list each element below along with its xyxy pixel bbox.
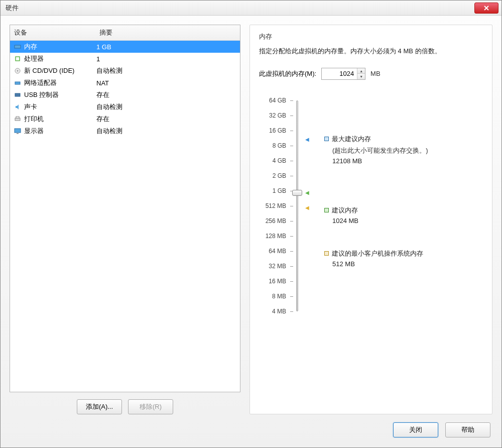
legend-max: 最大建议内存 (超出此大小可能发生内存交换。) 12108 MB <box>324 135 483 165</box>
spinner-buttons: ▲ ▼ <box>357 68 365 79</box>
legend-rec-swatch-icon <box>324 208 329 212</box>
slider-tick: 32 GB <box>259 108 289 123</box>
spinner-up-icon[interactable]: ▲ <box>357 68 365 74</box>
memory-description: 指定分配给此虚拟机的内存量。内存大小必须为 4 MB 的倍数。 <box>259 46 483 57</box>
device-summary: 1 GB <box>96 43 237 51</box>
dialog-content: 设备 摘要 内存1 GB处理器1新 CD/DVD (IDE)自动检测网络适配器N… <box>1 16 501 447</box>
slider-markers: ◀ ◀ ◀ <box>305 100 315 311</box>
memory-panel: 内存 指定分配给此虚拟机的内存量。内存大小必须为 4 MB 的倍数。 此虚拟机的… <box>249 25 492 414</box>
slider-tick: 8 GB <box>259 138 289 153</box>
svg-rect-9 <box>17 133 19 134</box>
device-name: 内存 <box>24 42 37 51</box>
svg-rect-6 <box>15 118 20 121</box>
left-panel: 设备 摘要 内存1 GB处理器1新 CD/DVD (IDE)自动检测网络适配器N… <box>10 25 240 414</box>
list-action-buttons: 添加(A)... 移除(R) <box>10 392 240 414</box>
svg-rect-4 <box>15 82 20 84</box>
display-icon <box>13 127 22 135</box>
marker-rec-icon: ◀ <box>305 190 309 195</box>
slider-tick: 16 GB <box>259 123 289 138</box>
marker-max-icon: ◀ <box>305 137 309 142</box>
legend-min-value: 512 MB <box>332 260 483 268</box>
device-name: 打印机 <box>24 115 44 124</box>
device-name: 声卡 <box>24 102 37 111</box>
svg-point-3 <box>17 70 19 72</box>
slider-tick: 512 MB <box>259 198 289 213</box>
memory-title: 内存 <box>259 32 483 41</box>
device-row-printer[interactable]: 打印机存在 <box>10 113 240 125</box>
memory-input[interactable] <box>322 68 357 79</box>
hardware-dialog: 硬件 设备 摘要 内存1 GB处理器1新 CD/DVD (IDE)自动检测网络适… <box>0 0 502 448</box>
device-row-memory[interactable]: 内存1 GB <box>10 41 240 53</box>
help-button[interactable]: 帮助 <box>445 422 490 437</box>
list-header: 设备 摘要 <box>10 25 240 41</box>
disc-icon <box>13 67 22 75</box>
device-summary: 1 <box>96 55 237 63</box>
printer-icon <box>13 115 22 123</box>
svg-rect-5 <box>15 93 20 96</box>
slider-tick: 256 MB <box>259 213 289 229</box>
legend-min: 建议的最小客户机操作系统内存 512 MB <box>324 249 483 268</box>
sound-icon <box>13 103 22 111</box>
slider-track-line <box>296 100 298 311</box>
usb-icon <box>13 91 22 99</box>
close-icon[interactable] <box>474 3 498 14</box>
slider-tick: 4 MB <box>259 304 289 319</box>
close-button[interactable]: 关闭 <box>393 422 438 437</box>
legend-min-label: 建议的最小客户机操作系统内存 <box>332 249 423 258</box>
legend-rec-label: 建议内存 <box>332 206 358 215</box>
network-icon <box>13 79 22 87</box>
device-summary: 自动检测 <box>96 66 237 75</box>
device-row-usb[interactable]: USB 控制器存在 <box>10 89 240 101</box>
slider-tick: 16 MB <box>259 274 289 289</box>
slider-tick: 8 MB <box>259 289 289 304</box>
legend-rec-value: 1024 MB <box>332 217 483 225</box>
device-summary: 存在 <box>96 115 237 124</box>
device-list-body: 内存1 GB处理器1新 CD/DVD (IDE)自动检测网络适配器NATUSB … <box>10 41 240 137</box>
svg-rect-8 <box>15 129 21 133</box>
slider-tick: 32 MB <box>259 259 289 274</box>
col-device-header[interactable]: 设备 <box>14 28 99 37</box>
device-summary: 自动检测 <box>96 102 237 111</box>
memory-spinner[interactable]: ▲ ▼ <box>321 68 365 80</box>
legend-max-swatch-icon <box>324 137 329 141</box>
device-row-network[interactable]: 网络适配器NAT <box>10 77 240 89</box>
device-row-display[interactable]: 显示器自动检测 <box>10 125 240 137</box>
device-row-cpu[interactable]: 处理器1 <box>10 53 240 65</box>
legend-rec: 建议内存 1024 MB <box>324 206 483 225</box>
slider-tick: 64 MB <box>259 244 289 259</box>
legend-max-note: (超出此大小可能发生内存交换。) <box>332 146 483 156</box>
memory-slider-area: 64 GB32 GB16 GB8 GB4 GB2 GB1 GB512 MB256… <box>259 93 483 319</box>
device-row-disc[interactable]: 新 CD/DVD (IDE)自动检测 <box>10 65 240 77</box>
device-summary: NAT <box>96 79 237 87</box>
window-title: 硬件 <box>6 4 474 13</box>
legend-max-value: 12108 MB <box>332 157 483 165</box>
svg-rect-7 <box>16 117 19 118</box>
main-area: 设备 摘要 内存1 GB处理器1新 CD/DVD (IDE)自动检测网络适配器N… <box>10 25 492 414</box>
slider-ticks: 64 GB32 GB16 GB8 GB4 GB2 GB1 GB512 MB256… <box>259 93 289 319</box>
slider-thumb[interactable] <box>292 190 302 196</box>
col-summary-header[interactable]: 摘要 <box>99 28 236 37</box>
svg-rect-0 <box>15 45 21 48</box>
device-summary: 自动检测 <box>96 127 237 136</box>
svg-rect-1 <box>16 57 20 61</box>
memory-icon <box>13 43 22 51</box>
marker-min-icon: ◀ <box>305 205 309 210</box>
device-summary: 存在 <box>96 90 237 99</box>
device-name: 新 CD/DVD (IDE) <box>24 66 74 75</box>
slider-tick: 4 GB <box>259 153 289 168</box>
device-name: 处理器 <box>24 54 44 63</box>
legend-max-label: 最大建议内存 <box>332 135 371 144</box>
add-button[interactable]: 添加(A)... <box>77 399 122 414</box>
cpu-icon <box>13 55 22 63</box>
titlebar: 硬件 <box>1 1 501 16</box>
device-name: USB 控制器 <box>24 90 59 99</box>
spinner-down-icon[interactable]: ▼ <box>357 74 365 79</box>
slider-tick: 128 MB <box>259 229 289 244</box>
slider-tick: 64 GB <box>259 93 289 108</box>
memory-input-row: 此虚拟机的内存(M): ▲ ▼ MB <box>259 68 483 80</box>
device-name: 网络适配器 <box>24 78 57 87</box>
memory-input-label: 此虚拟机的内存(M): <box>259 69 316 78</box>
device-row-sound[interactable]: 声卡自动检测 <box>10 101 240 113</box>
memory-unit: MB <box>370 70 381 77</box>
memory-slider[interactable] <box>293 100 301 311</box>
